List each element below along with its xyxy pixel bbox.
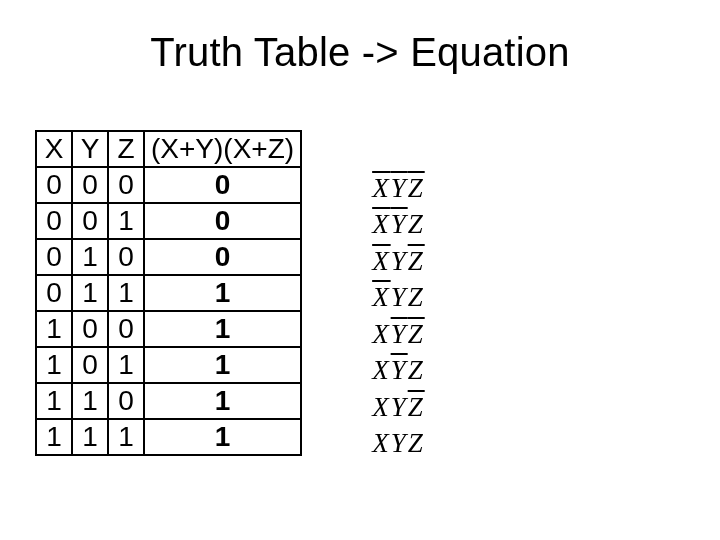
cell: 1 bbox=[36, 311, 72, 347]
cell: 1 bbox=[108, 203, 144, 239]
cell: 0 bbox=[36, 167, 72, 203]
minterm: XYZ bbox=[372, 206, 425, 242]
cell: 0 bbox=[36, 275, 72, 311]
cell: 0 bbox=[108, 167, 144, 203]
page-title: Truth Table -> Equation bbox=[0, 30, 720, 75]
content-area: X Y Z (X+Y)(X+Z) 0 0 0 0 0 0 1 0 0 1 0 0… bbox=[35, 130, 425, 462]
col-x: X bbox=[36, 131, 72, 167]
cell: 0 bbox=[72, 347, 108, 383]
cell-out: 1 bbox=[144, 275, 301, 311]
cell: 0 bbox=[72, 167, 108, 203]
minterm-list: XYZXYZXYZXYZXYZXYZXYZXYZ bbox=[372, 170, 425, 462]
cell-out: 0 bbox=[144, 203, 301, 239]
table-row: 1 1 0 1 bbox=[36, 383, 301, 419]
table-row: 0 0 0 0 bbox=[36, 167, 301, 203]
table-header: X Y Z (X+Y)(X+Z) bbox=[36, 131, 301, 167]
cell: 1 bbox=[36, 419, 72, 455]
cell: 1 bbox=[108, 419, 144, 455]
table-row: 1 1 1 1 bbox=[36, 419, 301, 455]
cell-out: 1 bbox=[144, 383, 301, 419]
minterm: XYZ bbox=[372, 279, 425, 315]
cell-out: 0 bbox=[144, 239, 301, 275]
cell: 0 bbox=[108, 383, 144, 419]
table-row: 0 1 0 0 bbox=[36, 239, 301, 275]
cell-out: 1 bbox=[144, 347, 301, 383]
cell: 1 bbox=[36, 383, 72, 419]
cell: 1 bbox=[108, 275, 144, 311]
table-row: 0 0 1 0 bbox=[36, 203, 301, 239]
minterm: XYZ bbox=[372, 352, 425, 388]
minterm: XYZ bbox=[372, 389, 425, 425]
cell: 0 bbox=[108, 311, 144, 347]
cell-out: 0 bbox=[144, 167, 301, 203]
minterm: XYZ bbox=[372, 170, 425, 206]
cell: 1 bbox=[72, 419, 108, 455]
cell: 0 bbox=[108, 239, 144, 275]
minterm: XYZ bbox=[372, 425, 425, 461]
cell-out: 1 bbox=[144, 311, 301, 347]
minterm: XYZ bbox=[372, 243, 425, 279]
col-z: Z bbox=[108, 131, 144, 167]
cell: 1 bbox=[108, 347, 144, 383]
table-row: 1 0 0 1 bbox=[36, 311, 301, 347]
cell-out: 1 bbox=[144, 419, 301, 455]
cell: 0 bbox=[72, 203, 108, 239]
cell: 0 bbox=[36, 239, 72, 275]
col-y: Y bbox=[72, 131, 108, 167]
cell: 1 bbox=[72, 275, 108, 311]
cell: 0 bbox=[72, 311, 108, 347]
table-row: 1 0 1 1 bbox=[36, 347, 301, 383]
minterm: XYZ bbox=[372, 316, 425, 352]
table-row: 0 1 1 1 bbox=[36, 275, 301, 311]
cell: 1 bbox=[72, 383, 108, 419]
cell: 1 bbox=[36, 347, 72, 383]
col-out: (X+Y)(X+Z) bbox=[144, 131, 301, 167]
cell: 1 bbox=[72, 239, 108, 275]
truth-table: X Y Z (X+Y)(X+Z) 0 0 0 0 0 0 1 0 0 1 0 0… bbox=[35, 130, 302, 456]
cell: 0 bbox=[36, 203, 72, 239]
